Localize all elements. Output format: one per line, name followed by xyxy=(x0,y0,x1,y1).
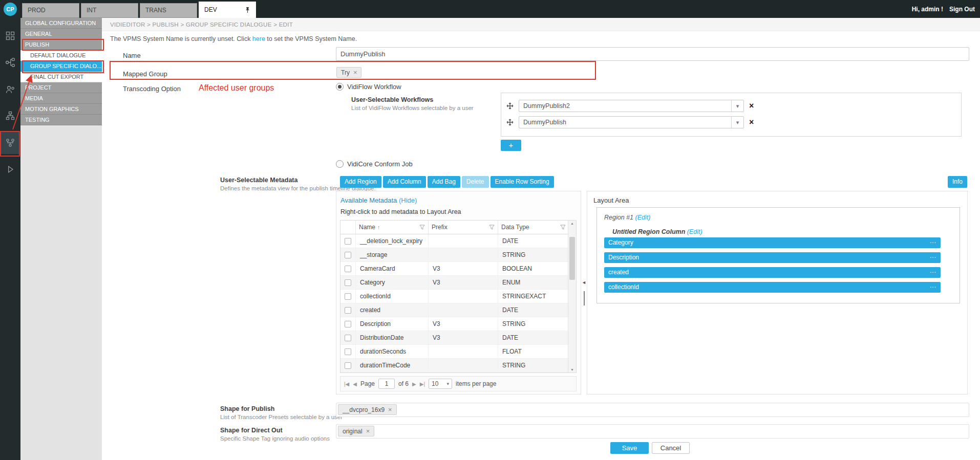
vidicore-radio-label[interactable]: VidiCore Conform Job xyxy=(347,160,413,168)
row-checkbox[interactable] xyxy=(345,335,351,341)
header-name[interactable]: Name↑ xyxy=(356,221,429,234)
sidebar-item-media[interactable]: MEDIA xyxy=(20,93,102,104)
table-row[interactable]: Category V3 ENUM xyxy=(340,276,576,290)
delete-button[interactable]: Delete xyxy=(462,176,489,188)
row-checkbox[interactable] xyxy=(345,293,351,300)
shape-direct-field[interactable] xyxy=(336,424,969,439)
vidicore-radio[interactable] xyxy=(336,160,344,168)
filter-icon[interactable] xyxy=(489,225,495,230)
sidebar-item-publish[interactable]: PUBLISH xyxy=(20,39,102,50)
row-checkbox[interactable] xyxy=(345,348,351,355)
configuration-icon[interactable] xyxy=(1,132,20,154)
layout-item-created[interactable]: created ... xyxy=(604,267,941,278)
add-bag-button[interactable]: Add Bag xyxy=(428,176,460,188)
scroll-up-icon[interactable]: ▲ xyxy=(568,222,576,225)
shape-publish-field[interactable] xyxy=(336,403,969,417)
pager-first-icon[interactable]: |◀ xyxy=(344,381,349,387)
grid-scrollbar[interactable]: ▲ ▼ xyxy=(568,221,576,373)
table-row[interactable]: __deletion_lock_expiry DATE xyxy=(340,234,576,248)
table-row[interactable]: __storage STRING xyxy=(340,248,576,262)
sidebar-item-motion-graphics[interactable]: MOTION GRAPHICS xyxy=(20,104,102,115)
item-options-icon[interactable]: ... xyxy=(930,280,936,291)
item-options-icon[interactable]: ... xyxy=(930,251,936,261)
cancel-button[interactable]: Cancel xyxy=(652,442,690,454)
scroll-down-icon[interactable]: ▼ xyxy=(568,368,576,371)
row-checkbox[interactable] xyxy=(345,362,351,369)
topology-icon[interactable] xyxy=(4,109,16,122)
table-row[interactable]: Description V3 STRING xyxy=(340,317,576,331)
panel-splitter-icon[interactable]: ◄ xyxy=(582,280,586,285)
tag-remove-icon[interactable]: × xyxy=(388,406,392,413)
remove-workflow-icon[interactable]: × xyxy=(749,101,754,111)
sidebar-item-global-configuration[interactable]: GLOBAL CONFIGURATION xyxy=(20,18,102,29)
info-button[interactable]: Info xyxy=(948,176,967,188)
tab-dev[interactable]: DEV xyxy=(199,2,256,18)
sidebar-item-general[interactable]: GENERAL xyxy=(20,29,102,39)
header-prefix[interactable]: Prefix xyxy=(429,221,498,234)
pager-page-input[interactable] xyxy=(378,379,395,389)
layout-item-collectionid[interactable]: collectionId ... xyxy=(604,282,941,293)
enable-row-sorting-button[interactable]: Enable Row Sorting xyxy=(491,176,554,188)
sidebar-item-final-cut-export[interactable]: FINAL CUT EXPORT xyxy=(20,72,102,82)
item-options-icon[interactable]: ... xyxy=(930,266,936,276)
pager-next-icon[interactable]: ▶ xyxy=(412,381,416,387)
sidebar-item-project[interactable]: PROJECT xyxy=(20,82,102,93)
app-logo[interactable]: CP xyxy=(4,3,17,16)
mapped-group-tag[interactable]: Try× xyxy=(336,67,361,78)
workflow-dropdown[interactable]: DummyPublish2 ▾ xyxy=(519,100,744,112)
tag-remove-icon[interactable]: × xyxy=(353,69,357,76)
add-workflow-button[interactable]: + xyxy=(501,140,521,151)
workflow-icon[interactable] xyxy=(4,56,16,69)
modules-icon[interactable] xyxy=(4,30,16,42)
panel-splitter-handle[interactable] xyxy=(584,291,585,305)
table-row[interactable]: DistributionDate V3 DATE xyxy=(340,331,576,345)
shape-direct-tag[interactable]: original× xyxy=(338,426,374,436)
chevron-down-icon[interactable]: ▾ xyxy=(731,100,743,112)
row-checkbox[interactable] xyxy=(345,252,351,258)
chevron-down-icon[interactable]: ▾ xyxy=(731,117,743,128)
move-handle-icon[interactable] xyxy=(506,102,514,109)
add-region-button[interactable]: Add Region xyxy=(340,176,381,188)
pager-prev-icon[interactable]: ◀ xyxy=(353,381,357,387)
vpms-here-link[interactable]: here xyxy=(252,35,265,42)
tab-int[interactable]: INT xyxy=(81,3,138,18)
region-edit-link[interactable]: (Edit) xyxy=(635,214,650,221)
tab-prod[interactable]: PROD xyxy=(22,3,79,18)
sidebar-item-default-dialogue[interactable]: DEFAULT DIALOGUE xyxy=(20,50,102,61)
table-row[interactable]: created DATE xyxy=(340,303,576,317)
row-checkbox[interactable] xyxy=(345,321,351,327)
tab-trans[interactable]: TRANS xyxy=(140,3,197,18)
vidiflow-radio[interactable] xyxy=(336,83,344,91)
filter-icon[interactable] xyxy=(560,225,566,230)
table-row[interactable]: durationSeconds FLOAT xyxy=(340,345,576,359)
workflow-dropdown[interactable]: DummyPublish ▾ xyxy=(519,116,744,128)
scrollbar-thumb[interactable] xyxy=(569,237,575,280)
users-icon[interactable] xyxy=(4,83,16,96)
add-column-button[interactable]: Add Column xyxy=(383,176,426,188)
sign-out-link[interactable]: Sign Out xyxy=(949,6,975,13)
row-checkbox[interactable] xyxy=(345,238,351,245)
pin-icon[interactable] xyxy=(244,7,251,13)
sidebar-item-group-specific-dialogue[interactable]: GROUP SPECIFIC DIALO... xyxy=(20,61,102,72)
remove-workflow-icon[interactable]: × xyxy=(749,118,754,127)
row-checkbox[interactable] xyxy=(345,266,351,272)
layout-item-category[interactable]: Category ... xyxy=(604,237,941,248)
shape-publish-tag[interactable]: __dvcpro_16x9× xyxy=(338,404,397,415)
save-button[interactable]: Save xyxy=(610,442,649,454)
name-input[interactable] xyxy=(336,47,969,61)
sidebar-item-testing[interactable]: TESTING xyxy=(20,115,102,125)
page-size-select[interactable]: 10 ▾ xyxy=(429,379,452,389)
filter-icon[interactable] xyxy=(419,225,425,230)
pager-last-icon[interactable]: ▶| xyxy=(420,381,425,387)
tag-remove-icon[interactable]: × xyxy=(366,427,370,435)
move-handle-icon[interactable] xyxy=(506,119,514,126)
vidiflow-radio-label[interactable]: VidiFlow Workflow xyxy=(347,83,401,91)
table-row[interactable]: CameraCard V3 BOOLEAN xyxy=(340,262,576,276)
column-edit-link[interactable]: (Edit) xyxy=(687,228,702,235)
row-checkbox[interactable] xyxy=(345,307,351,314)
header-data-type[interactable]: Data Type xyxy=(498,221,569,234)
player-icon[interactable] xyxy=(4,163,16,176)
layout-item-description[interactable]: Description ... xyxy=(604,252,941,263)
table-row[interactable]: durationTimeCode STRING xyxy=(340,359,576,373)
hide-link[interactable]: (Hide) xyxy=(399,196,417,204)
